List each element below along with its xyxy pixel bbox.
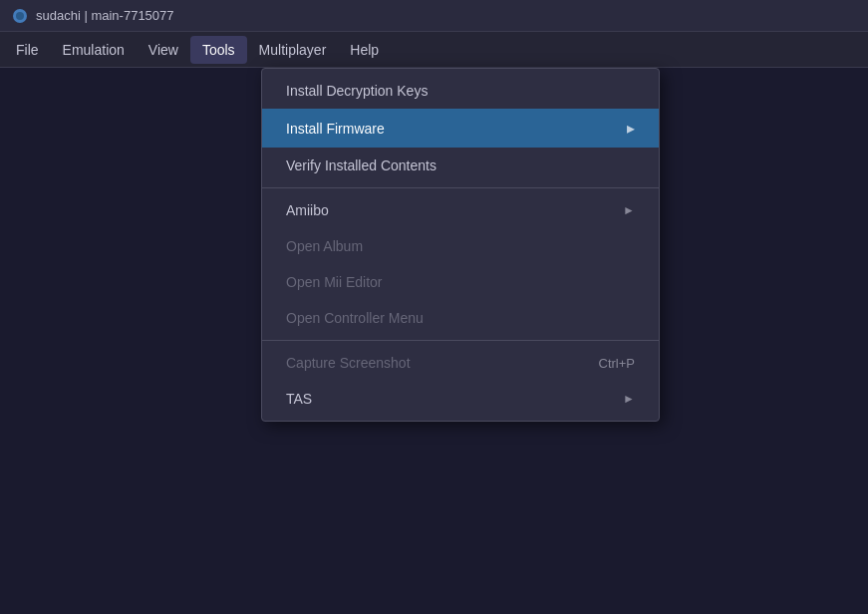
menu-item-install-decryption-keys[interactable]: Install Decryption Keys bbox=[262, 73, 659, 109]
menu-item-open-album: Open Album bbox=[262, 228, 659, 264]
capture-screenshot-shortcut: Ctrl+P bbox=[599, 356, 635, 371]
tas-label: TAS bbox=[286, 391, 312, 407]
amiibo-label: Amiibo bbox=[286, 202, 329, 218]
menu-item-tas[interactable]: TAS ► bbox=[262, 381, 659, 417]
sudachi-icon bbox=[12, 8, 28, 24]
verify-installed-contents-label: Verify Installed Contents bbox=[286, 157, 436, 173]
menu-item-open-mii-editor: Open Mii Editor bbox=[262, 264, 659, 300]
cursor-indicator: ▸ bbox=[627, 119, 635, 138]
amiibo-submenu-icon: ► bbox=[623, 203, 635, 217]
open-album-label: Open Album bbox=[286, 238, 363, 254]
install-firmware-label: Install Firmware bbox=[286, 121, 385, 137]
window-title: sudachi | main-7715077 bbox=[36, 8, 174, 23]
menu-tools[interactable]: Tools bbox=[190, 36, 247, 64]
tools-dropdown: Install Decryption Keys Install Firmware… bbox=[261, 68, 660, 422]
separator-1 bbox=[262, 187, 659, 188]
open-controller-menu-label: Open Controller Menu bbox=[286, 310, 424, 326]
menu-item-open-controller-menu: Open Controller Menu bbox=[262, 300, 659, 336]
menu-multiplayer[interactable]: Multiplayer bbox=[247, 36, 339, 64]
tas-submenu-icon: ► bbox=[623, 392, 635, 406]
open-mii-editor-label: Open Mii Editor bbox=[286, 274, 382, 290]
install-decryption-keys-label: Install Decryption Keys bbox=[286, 83, 428, 99]
title-bar: sudachi | main-7715077 bbox=[0, 0, 868, 32]
separator-2 bbox=[262, 340, 659, 341]
menu-item-capture-screenshot: Capture Screenshot Ctrl+P bbox=[262, 345, 659, 381]
menu-bar: File Emulation View Tools Multiplayer He… bbox=[0, 32, 868, 68]
menu-help[interactable]: Help bbox=[338, 36, 391, 64]
menu-item-install-firmware[interactable]: Install Firmware ▸ bbox=[262, 109, 659, 148]
menu-file[interactable]: File bbox=[4, 36, 51, 64]
menu-item-amiibo[interactable]: Amiibo ► bbox=[262, 192, 659, 228]
menu-view[interactable]: View bbox=[137, 36, 190, 64]
menu-item-verify-installed-contents[interactable]: Verify Installed Contents bbox=[262, 148, 659, 183]
svg-point-1 bbox=[16, 12, 24, 20]
menu-emulation[interactable]: Emulation bbox=[51, 36, 137, 64]
capture-screenshot-label: Capture Screenshot bbox=[286, 355, 411, 371]
